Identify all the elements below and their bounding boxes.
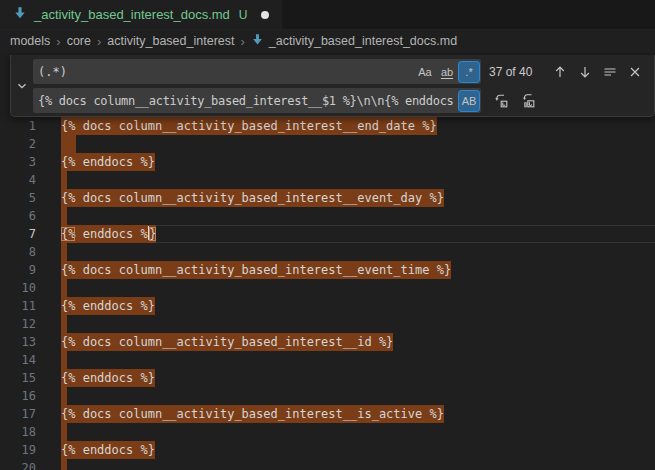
line-text: {% docs column__activity_based_interest_… <box>61 333 655 351</box>
code-line-9[interactable]: 9{% docs column__activity_based_interest… <box>0 261 655 279</box>
code-line-7[interactable]: 7{% enddocs %} <box>0 225 655 243</box>
line-number[interactable]: 7 <box>0 225 36 243</box>
find-match-highlight: {% enddocs %} <box>61 225 156 243</box>
markdown-file-icon <box>251 33 264 49</box>
line-number[interactable]: 4 <box>0 171 36 189</box>
empty-match-highlight <box>61 387 67 405</box>
line-text <box>61 315 655 333</box>
line-text <box>61 243 655 261</box>
find-match-highlight: {% docs column__activity_based_interest_… <box>61 333 393 351</box>
line-number[interactable]: 19 <box>0 441 36 459</box>
line-number[interactable]: 20 <box>0 459 36 470</box>
line-text <box>61 423 655 441</box>
code-line-18[interactable]: 18 <box>0 423 655 441</box>
line-number[interactable]: 6 <box>0 207 36 225</box>
chevron-right-icon: › <box>240 34 244 49</box>
find-in-selection-button[interactable] <box>599 61 620 82</box>
line-number[interactable]: 17 <box>0 405 36 423</box>
breadcrumb: models › core › activity_based_interest … <box>0 30 655 52</box>
code-line-12[interactable]: 12 <box>0 315 655 333</box>
line-number[interactable]: 13 <box>0 333 36 351</box>
line-text <box>61 135 655 153</box>
code-line-3[interactable]: 3{% enddocs %} <box>0 153 655 171</box>
replace-all-button[interactable] <box>517 90 538 111</box>
bracket-match-open: {% <box>61 227 75 241</box>
replace-row: {% docs column__activity_based_interest_… <box>33 88 649 113</box>
code-line-8[interactable]: 8 <box>0 243 655 261</box>
next-match-button[interactable] <box>574 61 595 82</box>
line-number[interactable]: 12 <box>0 315 36 333</box>
code-line-19[interactable]: 19{% enddocs %} <box>0 441 655 459</box>
line-text <box>61 207 655 225</box>
find-input[interactable]: (.*) Aa ab .* <box>33 59 481 84</box>
code-line-20[interactable]: 20 <box>0 459 655 470</box>
regex-button[interactable]: .* <box>459 62 479 82</box>
find-match-highlight: {% docs column__activity_based_interest_… <box>61 261 451 279</box>
find-match-highlight: {% enddocs %} <box>61 369 155 387</box>
code-line-5[interactable]: 5{% docs column__activity_based_interest… <box>0 189 655 207</box>
code-line-17[interactable]: 17{% docs column__activity_based_interes… <box>0 405 655 423</box>
code-line-1[interactable]: 1{% docs column__activity_based_interest… <box>0 117 655 135</box>
line-text <box>61 387 655 405</box>
toggle-replace-button[interactable] <box>11 55 33 116</box>
empty-match-highlight <box>61 315 67 333</box>
line-number[interactable]: 8 <box>0 243 36 261</box>
breadcrumb-item-core[interactable]: core <box>67 34 91 48</box>
empty-match-highlight <box>61 459 67 470</box>
line-number[interactable]: 9 <box>0 261 36 279</box>
code-line-11[interactable]: 11{% enddocs %} <box>0 297 655 315</box>
code-line-14[interactable]: 14 <box>0 351 655 369</box>
breadcrumb-item-models[interactable]: models <box>10 34 50 48</box>
whole-word-button[interactable]: ab <box>437 62 457 82</box>
git-untracked-badge: U <box>239 8 248 22</box>
code-line-4[interactable]: 4 <box>0 171 655 189</box>
tab-bar: _activity_based_interest_docs.md U <box>0 0 655 30</box>
code-line-16[interactable]: 16 <box>0 387 655 405</box>
match-case-button[interactable]: Aa <box>415 62 435 82</box>
line-text: {% enddocs %} <box>61 225 655 243</box>
line-number[interactable]: 5 <box>0 189 36 207</box>
line-text: {% enddocs %} <box>61 297 655 315</box>
unsaved-changes-indicator[interactable] <box>261 11 269 19</box>
line-number[interactable]: 18 <box>0 423 36 441</box>
line-number[interactable]: 11 <box>0 297 36 315</box>
close-icon[interactable] <box>624 61 645 82</box>
empty-match-highlight <box>61 135 76 153</box>
line-text: {% enddocs %} <box>61 441 655 459</box>
breadcrumb-item-activity-based-interest[interactable]: activity_based_interest <box>107 34 234 48</box>
line-number[interactable]: 14 <box>0 351 36 369</box>
line-number[interactable]: 16 <box>0 387 36 405</box>
line-text: {% docs column__activity_based_interest_… <box>61 117 655 135</box>
find-replace-widget: (.*) Aa ab .* 37 of 40 <box>10 55 655 117</box>
code-line-15[interactable]: 15{% enddocs %} <box>0 369 655 387</box>
breadcrumb-item-file[interactable]: _activity_based_interest_docs.md <box>251 33 457 49</box>
previous-match-button[interactable] <box>549 61 570 82</box>
chevron-right-icon: › <box>97 34 101 49</box>
empty-match-highlight <box>61 423 67 441</box>
results-count: 37 of 40 <box>489 65 532 79</box>
empty-match-highlight <box>61 243 67 261</box>
find-match-highlight: {% docs column__activity_based_interest_… <box>61 189 444 207</box>
line-text: {% docs column__activity_based_interest_… <box>61 189 655 207</box>
replace-button[interactable] <box>490 90 511 111</box>
find-match-highlight: {% docs column__activity_based_interest_… <box>61 405 444 423</box>
line-number[interactable]: 1 <box>0 117 36 135</box>
find-match-highlight: {% enddocs %} <box>61 153 155 171</box>
code-line-2[interactable]: 2 <box>0 135 655 153</box>
line-text <box>61 171 655 189</box>
line-number[interactable]: 15 <box>0 369 36 387</box>
replace-input[interactable]: {% docs column__activity_based_interest_… <box>33 88 481 113</box>
editor: (.*) Aa ab .* 37 of 40 <box>0 52 655 470</box>
code-line-10[interactable]: 10 <box>0 279 655 297</box>
line-text: {% docs column__activity_based_interest_… <box>61 405 655 423</box>
markdown-file-icon <box>13 6 27 24</box>
line-number[interactable]: 2 <box>0 135 36 153</box>
code-line-13[interactable]: 13{% docs column__activity_based_interes… <box>0 333 655 351</box>
preserve-case-button[interactable]: AB <box>459 91 479 111</box>
tab-title: _activity_based_interest_docs.md <box>34 7 230 22</box>
code-line-6[interactable]: 6 <box>0 207 655 225</box>
tab-active-file[interactable]: _activity_based_interest_docs.md U <box>0 0 282 29</box>
line-number[interactable]: 3 <box>0 153 36 171</box>
line-text: {% enddocs %} <box>61 153 655 171</box>
line-number[interactable]: 10 <box>0 279 36 297</box>
